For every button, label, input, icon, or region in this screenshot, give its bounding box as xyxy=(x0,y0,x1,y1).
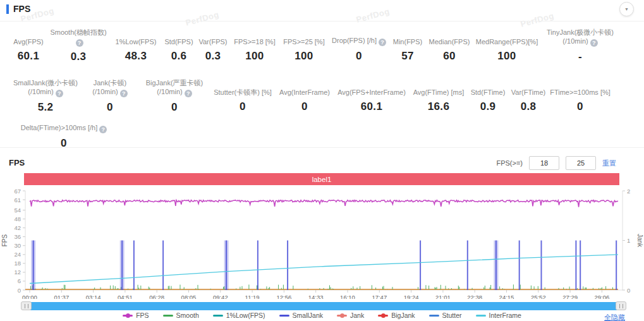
watermark: PerfDog xyxy=(355,6,391,24)
help-icon[interactable]: ? xyxy=(379,39,386,46)
stat-label-text: MedRange(FPS)[%] xyxy=(476,37,538,46)
stat-value: 48.3 xyxy=(125,50,147,63)
stat-label: Avg(InterFrame) xyxy=(279,78,330,97)
stat-row1-9: Median(FPS)60 xyxy=(426,28,473,63)
svg-text:27:29: 27:29 xyxy=(562,294,578,299)
stat-label-text: Std(FTime) xyxy=(471,88,506,97)
legend-label: FPS xyxy=(136,312,149,319)
stat-row1-2: 1%Low(FPS)48.3 xyxy=(110,28,162,63)
stat-value: 16.6 xyxy=(428,100,449,113)
stat-label: FPS>=18 [%] xyxy=(234,28,275,46)
collapse-panel-button[interactable]: ▼ xyxy=(619,2,634,16)
stat-value: - xyxy=(578,51,582,63)
scrollbar-left-handle[interactable] xyxy=(21,301,32,310)
fps-threshold-input-1[interactable] xyxy=(529,156,559,170)
stat-value: 0 xyxy=(107,101,113,114)
svg-text:24: 24 xyxy=(14,251,21,258)
svg-text:08:05: 08:05 xyxy=(181,294,197,299)
legend-marker-icon xyxy=(213,315,223,317)
fps-threshold-label: FPS(>=) xyxy=(496,159,523,167)
stat-label-text: 1%Low(FPS) xyxy=(116,37,157,46)
help-icon[interactable]: ? xyxy=(76,39,83,47)
reset-button[interactable]: 重置 xyxy=(602,159,616,168)
help-icon[interactable]: ? xyxy=(185,90,192,97)
svg-text:06:28: 06:28 xyxy=(149,294,164,299)
legend-item-smooth[interactable]: Smooth xyxy=(163,312,199,319)
svg-text:11:19: 11:19 xyxy=(245,294,260,299)
stat-value: 0.8 xyxy=(521,100,537,113)
stat-row1-6: FPS>=25 [%]100 xyxy=(279,28,329,63)
help-icon[interactable]: ? xyxy=(590,39,598,47)
stat-label: Avg(FPS) xyxy=(13,28,43,46)
hide-all-link[interactable]: 全隐藏 xyxy=(604,313,625,321)
legend-marker-icon xyxy=(279,315,289,317)
svg-text:17:47: 17:47 xyxy=(372,294,387,299)
stat-label-text: SmallJank(微小卡顿) (/10min)? xyxy=(11,78,80,97)
stat-label-text: Avg(InterFrame) xyxy=(279,88,330,97)
fps-threshold-controls: FPS(>=) 重置 xyxy=(496,156,616,170)
stat-row2-2: BigJank(严重卡顿) (/10min)?0 xyxy=(139,78,210,114)
stat-label: Min(FPS) xyxy=(393,28,422,46)
legend-item-1-low-fps-[interactable]: 1%Low(FPS) xyxy=(213,312,265,319)
svg-text:12: 12 xyxy=(14,269,21,276)
help-icon[interactable]: ? xyxy=(99,126,107,133)
legend-item-stutter[interactable]: Stutter xyxy=(429,312,462,319)
stat-label: Delta(FTime)>100ms [/h]? xyxy=(21,115,107,133)
legend-item-interframe[interactable]: InterFrame xyxy=(476,312,521,319)
stat-label-text: Smooth(稳帧指数)? xyxy=(48,28,109,47)
help-icon[interactable]: ? xyxy=(56,90,63,97)
stat-row2-1: Jank(卡顿) (/10min)?0 xyxy=(81,78,139,114)
legend-item-jank[interactable]: Jank xyxy=(337,312,364,319)
legend-label: Smooth xyxy=(176,312,199,319)
stat-row1-7: Drop(FPS) [/h]?0 xyxy=(329,28,389,63)
stat-value: 0 xyxy=(61,137,67,150)
legend-marker-icon xyxy=(337,315,347,317)
stats-divider xyxy=(0,147,644,148)
stat-value: 100 xyxy=(295,50,313,63)
svg-text:16:10: 16:10 xyxy=(340,294,355,299)
stat-row1-10: MedRange(FPS)[%]100 xyxy=(473,28,541,63)
svg-text:Jank: Jank xyxy=(636,234,643,248)
legend-item-smalljank[interactable]: SmallJank xyxy=(279,312,323,319)
svg-text:1: 1 xyxy=(627,237,630,244)
svg-text:29:06: 29:06 xyxy=(595,294,610,299)
stat-label: Jank(卡顿) (/10min)? xyxy=(82,78,138,97)
svg-text:25:52: 25:52 xyxy=(531,294,546,299)
stat-label: SmallJank(微小卡顿) (/10min)? xyxy=(11,78,80,97)
stat-label-text: Avg(FPS) xyxy=(13,37,43,46)
stat-row1-4: Var(FPS)0.3 xyxy=(196,28,230,63)
stat-row2-3: Stutter(卡顿率) [%]0 xyxy=(210,78,276,113)
scrollbar-right-handle[interactable] xyxy=(616,301,626,310)
stat-label: Std(FTime) xyxy=(471,78,506,97)
scrollbar-track[interactable] xyxy=(30,302,617,310)
label-banner: label1 xyxy=(24,173,619,185)
stat-label-text: Avg(FTime) [ms] xyxy=(413,88,465,97)
stat-label-text: Avg(FPS+InterFrame) xyxy=(337,88,406,97)
legend-marker-icon xyxy=(378,315,388,317)
stat-value: 0.9 xyxy=(480,100,496,113)
stat-label: MedRange(FPS)[%] xyxy=(476,28,538,46)
svg-text:0: 0 xyxy=(627,287,630,294)
legend-label: Stutter xyxy=(442,312,462,319)
legend-marker-icon xyxy=(163,315,173,317)
legend-marker-icon xyxy=(123,315,133,317)
fps-threshold-input-2[interactable] xyxy=(566,156,596,170)
stat-label: Avg(FTime) [ms] xyxy=(413,78,465,97)
header-divider xyxy=(0,21,644,21)
stat-value: 0 xyxy=(301,100,308,113)
stat-label: FTime>=100ms [%] xyxy=(550,78,611,97)
legend-item-bigjank[interactable]: BigJank xyxy=(378,312,415,319)
svg-text:01:37: 01:37 xyxy=(54,294,69,299)
legend-item-fps[interactable]: FPS xyxy=(123,312,149,319)
stat-value: 0 xyxy=(577,100,583,113)
stat-row1-8: Min(FPS)57 xyxy=(389,28,426,63)
svg-text:0: 0 xyxy=(18,287,21,294)
svg-text:6: 6 xyxy=(18,277,21,284)
stat-row1-0: Avg(FPS)60.1 xyxy=(10,28,47,63)
legend-label: 1%Low(FPS) xyxy=(226,312,265,319)
help-icon[interactable]: ? xyxy=(120,90,128,97)
stat-label: Var(FTime) xyxy=(511,78,545,97)
stat-row2-9: FTime>=100ms [%]0 xyxy=(549,78,612,113)
stat-value: 100 xyxy=(497,50,516,63)
fps-chart: 061218243036424854616701200:0001:3703:14… xyxy=(0,186,644,299)
